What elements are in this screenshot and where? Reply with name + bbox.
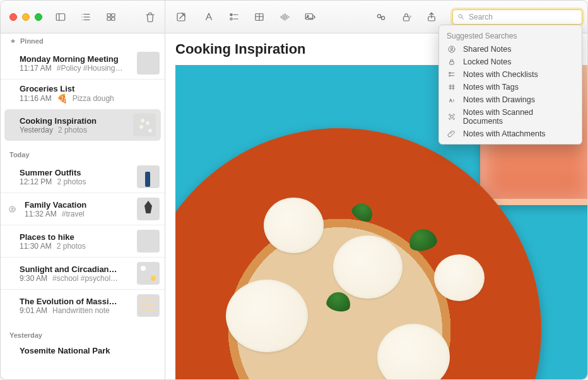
note-meta: Pizza dough — [73, 94, 114, 103]
note-meta: 2 photos — [57, 177, 86, 186]
note-time: 11:32 AM — [25, 210, 57, 218]
suggested-search-attachments[interactable]: Notes with Attachments — [439, 128, 582, 140]
note-time: 11:16 AM — [20, 94, 52, 103]
suggested-search-checklists[interactable]: Notes with Checklists — [439, 68, 582, 81]
toolbar-right: Suggested Searches Shared Notes Locked N… — [165, 1, 587, 33]
search-field[interactable] — [452, 9, 582, 25]
share-button[interactable] — [425, 10, 438, 24]
search-icon — [457, 13, 465, 21]
note-item-selected[interactable]: Cooking Inspiration Yesterday 2 photos — [4, 109, 161, 141]
suggested-search-label: Notes with Checklists — [463, 70, 538, 79]
note-item[interactable]: Groceries List 11:16 AM 🍕 Pizza dough — [1, 79, 165, 108]
suggested-search-label: Notes with Tags — [463, 83, 519, 92]
suggested-search-label: Notes with Scanned Documents — [463, 108, 574, 126]
section-today: Today — [1, 147, 165, 161]
svg-rect-18 — [450, 61, 454, 64]
note-item[interactable]: Monday Morning Meeting 11:17 AM #Policy … — [1, 47, 165, 79]
zoom-window-button[interactable] — [35, 13, 42, 21]
svg-rect-2 — [112, 13, 115, 16]
new-note-button[interactable] — [174, 10, 188, 24]
suggested-search-label: Notes with Attachments — [463, 129, 546, 138]
suggested-searches-title: Suggested Searches — [439, 29, 582, 43]
section-label: Pinned — [20, 37, 44, 45]
format-group — [202, 10, 317, 24]
checklist-icon — [447, 70, 457, 79]
search-input[interactable] — [469, 13, 578, 21]
svg-rect-1 — [107, 13, 110, 16]
shared-indicator-icon — [7, 205, 17, 213]
suggested-search-drawings[interactable]: Notes with Drawings — [439, 93, 582, 106]
note-title: Groceries List — [20, 84, 160, 93]
svg-rect-21 — [450, 116, 453, 118]
note-title: Monday Morning Meeting — [20, 54, 132, 64]
note-time: Yesterday — [20, 126, 53, 134]
section-pinned: Pinned — [1, 33, 165, 47]
checklist-button[interactable] — [227, 10, 241, 24]
pin-icon — [9, 38, 16, 45]
toolbar: Suggested Searches Shared Notes Locked N… — [1, 1, 587, 33]
note-meta: #travel — [62, 210, 85, 218]
close-window-button[interactable] — [9, 13, 17, 21]
suggested-searches-dropdown: Suggested Searches Shared Notes Locked N… — [438, 25, 582, 145]
note-meta: #school #psychol… — [52, 274, 118, 283]
tag-icon — [447, 83, 457, 92]
app-window: Suggested Searches Shared Notes Locked N… — [0, 0, 588, 380]
note-item[interactable]: Summer Outfits 12:12 PM 2 photos — [1, 161, 165, 193]
note-meta: Handwritten note — [52, 306, 110, 315]
pencil-tip-icon — [447, 95, 457, 104]
note-item[interactable]: Yosemite National Park — [1, 341, 165, 360]
note-time: 11:17 AM — [20, 64, 52, 73]
gallery-view-button[interactable] — [104, 10, 118, 24]
suggested-search-shared-notes[interactable]: Shared Notes — [439, 43, 582, 56]
media-button[interactable] — [303, 10, 317, 24]
sidebar-view-controls — [54, 10, 118, 24]
delete-note-button[interactable] — [143, 10, 157, 24]
note-item[interactable]: The Evolution of Massi… 9:01 AM Handwrit… — [1, 289, 165, 321]
note-meta: 2 photos — [58, 126, 87, 134]
note-time: 9:30 AM — [20, 274, 47, 283]
note-thumbnail — [137, 165, 160, 188]
link-button[interactable] — [374, 10, 388, 24]
audio-button[interactable] — [278, 10, 291, 24]
table-button[interactable] — [252, 10, 266, 24]
note-title: Family Vacation — [25, 200, 132, 210]
suggested-search-tags[interactable]: Notes with Tags — [439, 81, 582, 93]
note-item[interactable]: Family Vacation 11:32 AM #travel — [1, 193, 165, 225]
svg-point-15 — [459, 15, 462, 18]
note-meta: 2 photos — [57, 242, 86, 251]
list-view-button[interactable] — [79, 10, 93, 24]
suggested-search-scanned[interactable]: Notes with Scanned Documents — [439, 106, 582, 128]
suggested-search-label: Notes with Drawings — [463, 95, 535, 104]
note-title: The Evolution of Massi… — [20, 297, 132, 306]
section-label: Yesterday — [9, 331, 42, 339]
svg-point-17 — [450, 47, 452, 49]
svg-rect-3 — [107, 17, 110, 20]
suggested-search-locked-notes[interactable]: Locked Notes — [439, 56, 582, 68]
note-thumbnail — [137, 52, 160, 74]
note-time: 12:12 PM — [20, 177, 52, 186]
suggested-search-label: Locked Notes — [463, 57, 511, 66]
svg-point-7 — [230, 18, 232, 20]
note-item[interactable]: Places to hike 11:30 AM 2 photos — [1, 225, 165, 257]
minimize-window-button[interactable] — [22, 13, 30, 21]
note-item[interactable]: Sunlight and Circadian… 9:30 AM #school … — [1, 257, 165, 289]
note-title: Cooking Inspiration — [20, 116, 128, 126]
svg-rect-4 — [112, 17, 115, 20]
note-thumbnail — [137, 262, 160, 285]
window-controls — [9, 13, 42, 21]
svg-point-20 — [449, 75, 450, 76]
note-time: 11:30 AM — [20, 242, 52, 251]
section-label: Today — [9, 151, 30, 158]
note-thumbnail — [137, 230, 160, 252]
toggle-sidebar-button[interactable] — [54, 10, 68, 24]
note-meta: #Policy #Housing… — [57, 64, 123, 73]
scan-icon — [447, 112, 457, 121]
lock-button[interactable] — [399, 10, 413, 24]
paperclip-icon — [447, 129, 457, 138]
section-yesterday: Yesterday — [1, 328, 165, 341]
svg-rect-13 — [404, 16, 409, 21]
notes-list-sidebar: Pinned Monday Morning Meeting 11:17 AM #… — [1, 33, 165, 380]
format-button[interactable] — [202, 10, 216, 24]
share-group — [374, 10, 438, 24]
svg-point-10 — [307, 15, 309, 16]
